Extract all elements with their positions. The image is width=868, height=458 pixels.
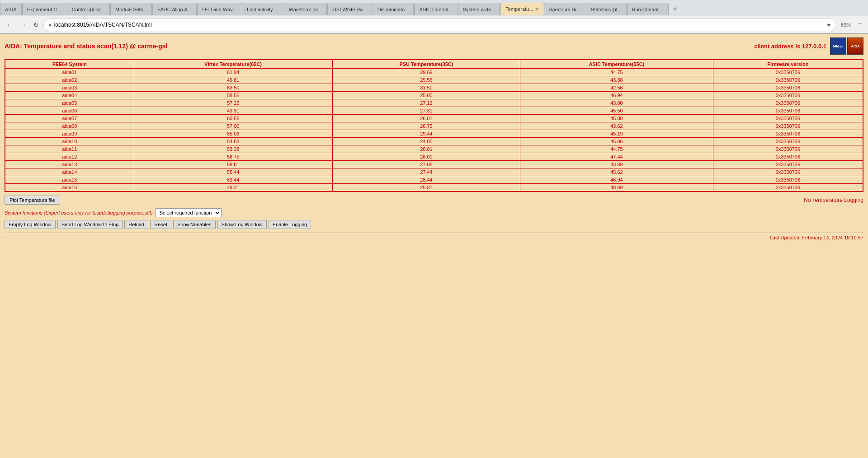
cell-system: aida07 xyxy=(5,115,134,122)
table-row: aida1358.8127.0643.690x3350706 xyxy=(5,161,863,168)
tab-lost[interactable]: Lost activity ... xyxy=(242,3,283,15)
tab-led[interactable]: LED and Wav... xyxy=(197,3,241,15)
secure-icon: ● xyxy=(48,22,52,28)
cell-psu: 25.81 xyxy=(332,184,520,192)
back-button[interactable]: ← xyxy=(4,20,15,29)
cell-asic: 46.94 xyxy=(520,92,713,99)
plot-temperature-button[interactable]: Plot Temperature file xyxy=(5,196,60,205)
logo-area: Midas AIDA xyxy=(830,37,863,55)
forward-button[interactable]: → xyxy=(17,20,29,29)
show-log-button[interactable]: Show Log Window xyxy=(217,220,267,229)
reload-page-button[interactable]: Reload xyxy=(124,220,148,229)
page-header: AIDA: Temperature and status scan(1.12) … xyxy=(5,37,863,55)
cell-virtex: 65.06 xyxy=(134,130,332,138)
no-logging-status: No Temperature Logging xyxy=(804,197,863,203)
show-variables-button[interactable]: Show Variables xyxy=(173,220,216,229)
cell-firmware: 0x3350706 xyxy=(713,92,863,99)
col-header-virtex: Virtex Temperature(65C) xyxy=(134,60,332,69)
cell-firmware: 0x3350706 xyxy=(713,99,863,107)
cell-asic: 42.56 xyxy=(520,84,713,92)
cell-system: aida14 xyxy=(5,168,134,176)
tab-gsi[interactable]: GSI White Ra... xyxy=(327,3,372,15)
tab-discriminator[interactable]: Discriminato... xyxy=(373,3,414,15)
cell-psu: 29.44 xyxy=(332,130,520,138)
cell-psu: 27.31 xyxy=(332,107,520,115)
tab-statistics[interactable]: Statistics @... xyxy=(586,3,626,15)
last-updated: Last Updated: February 14, 2024 18:10:57 xyxy=(5,235,863,240)
cell-firmware: 0x3350706 xyxy=(713,115,863,122)
cell-firmware: 0x3350706 xyxy=(713,107,863,115)
tab-asic[interactable]: ASIC Control... xyxy=(414,3,457,15)
tab-system[interactable]: System wide... xyxy=(458,3,500,15)
cell-asic: 43.62 xyxy=(520,122,713,130)
table-row: aida0458.5625.0046.940x3350706 xyxy=(5,92,863,99)
cell-psu: 27.06 xyxy=(332,161,520,168)
tab-experiment[interactable]: Experiment C... xyxy=(22,3,66,15)
tab-spectrum[interactable]: Spectrum Br... xyxy=(544,3,585,15)
cell-psu: 27.12 xyxy=(332,99,520,107)
tab-module[interactable]: Module Setti... xyxy=(110,3,152,15)
plot-area: Plot Temperature file No Temperature Log… xyxy=(5,196,863,205)
cell-firmware: 0x3350706 xyxy=(713,168,863,176)
tab-control[interactable]: Control @ ca... xyxy=(67,3,110,15)
cell-asic: 43.88 xyxy=(520,76,713,84)
system-functions-label: System functions (Expert users only for … xyxy=(5,210,153,215)
cell-virtex: 55.44 xyxy=(134,168,332,176)
send-log-button[interactable]: Send Log Window to Elog xyxy=(57,220,123,229)
browser-chrome: AIDA Experiment C... Control @ ca... Mod… xyxy=(0,0,868,34)
cell-virtex: 53.38 xyxy=(134,145,332,153)
reload-button[interactable]: ↻ xyxy=(31,20,42,29)
cell-asic: 46.94 xyxy=(520,176,713,184)
cell-system: aida16 xyxy=(5,184,134,192)
zoom-indicator: 80% xyxy=(838,21,854,28)
cell-asic: 44.75 xyxy=(520,69,713,76)
cell-virtex: 58.81 xyxy=(134,161,332,168)
cell-firmware: 0x3350706 xyxy=(713,145,863,153)
cell-asic: 44.75 xyxy=(520,145,713,153)
cell-virtex: 49.31 xyxy=(134,184,332,192)
table-row: aida0249.8129.5643.880x3350706 xyxy=(5,76,863,84)
tab-waveform[interactable]: Waveform ca... xyxy=(284,3,327,15)
system-functions-area: System functions (Expert users only for … xyxy=(5,208,863,217)
table-row: aida1054.8824.0045.060x3350706 xyxy=(5,138,863,145)
cell-asic: 45.88 xyxy=(520,115,713,122)
cell-psu: 27.44 xyxy=(332,168,520,176)
cell-psu: 26.75 xyxy=(332,122,520,130)
cell-psu: 25.00 xyxy=(332,92,520,99)
cell-firmware: 0x3350706 xyxy=(713,176,863,184)
nav-right-controls: ≡ xyxy=(855,20,864,29)
table-row: aida1563.4428.4446.940x3350706 xyxy=(5,176,863,184)
tab-fadc[interactable]: FADC Align &... xyxy=(152,3,197,15)
cell-firmware: 0x3350706 xyxy=(713,69,863,76)
cell-virtex: 49.81 xyxy=(134,76,332,84)
cell-system: aida03 xyxy=(5,84,134,92)
action-buttons: Empty Log Window Send Log Window to Elog… xyxy=(5,220,863,229)
tab-close-icon[interactable]: ✕ xyxy=(535,7,538,12)
enable-logging-button[interactable]: Enable Logging xyxy=(269,220,311,229)
cell-virtex: 60.56 xyxy=(134,115,332,122)
cell-asic: 45.06 xyxy=(520,138,713,145)
empty-log-button[interactable]: Empty Log Window xyxy=(5,220,56,229)
table-row: aida0161.9429.6944.750x3350706 xyxy=(5,69,863,76)
function-select[interactable]: Select required function xyxy=(156,208,222,217)
cell-asic: 43.00 xyxy=(520,99,713,107)
cell-virtex: 58.75 xyxy=(134,153,332,161)
cell-asic: 43.69 xyxy=(520,161,713,168)
divider xyxy=(5,233,863,233)
cell-firmware: 0x3350706 xyxy=(713,130,863,138)
address-input[interactable] xyxy=(54,22,824,28)
tab-add-button[interactable]: + xyxy=(669,3,680,15)
cell-system: aida04 xyxy=(5,92,134,99)
bookmark-icon[interactable]: ★ xyxy=(826,22,831,28)
cell-psu: 31.50 xyxy=(332,84,520,92)
tab-run-control[interactable]: Run Control ... xyxy=(627,3,669,15)
cell-system: aida02 xyxy=(5,76,134,84)
cell-system: aida08 xyxy=(5,122,134,130)
tab-aida[interactable]: AIDA xyxy=(0,3,22,15)
cell-psu: 29.56 xyxy=(332,76,520,84)
cell-asic: 45.19 xyxy=(520,130,713,138)
cell-psu: 26.81 xyxy=(332,115,520,122)
reset-button[interactable]: Reset xyxy=(150,220,171,229)
extensions-button[interactable]: ≡ xyxy=(855,20,864,29)
tab-temperature[interactable]: Temperatu... ✕ xyxy=(500,3,543,15)
